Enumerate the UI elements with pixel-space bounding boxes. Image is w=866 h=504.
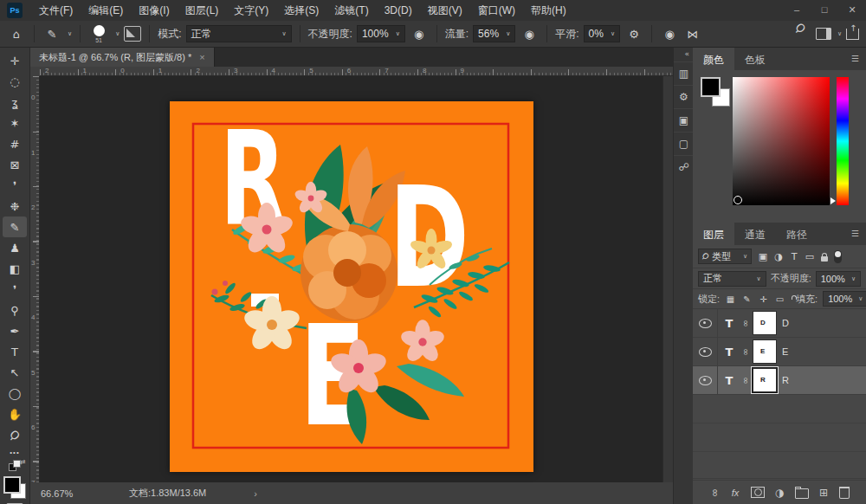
layer-opacity-select[interactable]: 100% ∨ (816, 271, 861, 287)
smoothing-select[interactable]: 0% ∨ (584, 25, 620, 42)
move-tool[interactable]: ✛ (3, 50, 27, 71)
chevron-down-icon[interactable]: ∨ (68, 30, 72, 37)
search-icon[interactable]: Ϙ (788, 20, 815, 47)
menu-item[interactable]: 窗口(W) (470, 0, 523, 21)
pressure-size-icon[interactable]: ◉ (660, 24, 679, 43)
maximize-button[interactable]: □ (811, 0, 838, 21)
airbrush-icon[interactable]: ◉ (520, 24, 539, 43)
filter-toggle-icon[interactable] (834, 250, 842, 263)
edit-toolbar-icon[interactable]: ••• (10, 449, 19, 456)
layer-mask-thumbnail[interactable]: R (753, 368, 777, 392)
tab-layers[interactable]: 图层 (693, 223, 734, 245)
frame-tool[interactable]: ⊠ (3, 154, 27, 175)
menu-item[interactable]: 文字(Y) (226, 0, 276, 21)
blur-tool[interactable]: ❜ (3, 279, 27, 300)
workspace-icon[interactable] (816, 28, 831, 40)
adjustment-layer-icon[interactable]: ◑ (774, 487, 785, 499)
menu-item[interactable]: 选择(S) (276, 0, 326, 21)
filter-shape-layers-icon[interactable]: ▭ (803, 251, 817, 262)
new-group-icon[interactable] (795, 486, 809, 499)
dodge-tool[interactable]: ⚲ (3, 300, 27, 320)
hue-strip[interactable] (837, 77, 849, 205)
layer-name[interactable]: R (782, 375, 789, 385)
filter-adjustment-layers-icon[interactable]: ◑ (772, 251, 785, 262)
hand-tool[interactable]: ✋ (3, 404, 27, 424)
path-selection-tool[interactable]: ↖ (3, 362, 27, 383)
layer-row[interactable]: T ∞ R R (693, 366, 866, 395)
layer-mask-thumbnail[interactable]: D (753, 311, 777, 335)
lock-paint-icon[interactable]: ✎ (741, 294, 753, 304)
new-layer-icon[interactable]: ⊞ (818, 487, 830, 499)
swap-colors-icon[interactable]: ⇄ (9, 460, 21, 471)
color-picker-handle[interactable] (734, 196, 742, 204)
history-panel-icon[interactable]: ▥ (674, 61, 694, 85)
minimize-button[interactable]: – (783, 0, 811, 21)
lock-position-icon[interactable]: ✛ (758, 294, 769, 304)
libraries-panel-icon[interactable]: ▣ (674, 108, 694, 132)
tab-paths[interactable]: 路径 (776, 223, 818, 245)
marquee-tool[interactable]: ◌ (3, 71, 27, 92)
document-canvas[interactable]: R E (170, 101, 533, 472)
tab-color[interactable]: 颜色 (693, 48, 734, 70)
layer-name[interactable]: D (782, 318, 789, 328)
filter-pixel-layers-icon[interactable]: ▣ (756, 251, 770, 262)
crop-tool[interactable]: # (3, 133, 27, 154)
opacity-select[interactable]: 100% ∨ (357, 25, 405, 42)
eyedropper-tool[interactable]: ❜ (3, 175, 27, 196)
filter-smart-object-icon[interactable] (821, 256, 828, 262)
type-tool[interactable]: T (3, 341, 27, 362)
lock-transparency-icon[interactable]: ▦ (725, 294, 736, 304)
menu-item[interactable]: 图层(L) (178, 0, 227, 21)
color-field[interactable] (733, 77, 830, 205)
pen-tool[interactable]: ✒ (3, 320, 27, 341)
chevron-down-icon[interactable]: ∨ (837, 30, 842, 37)
filter-type-layers-icon[interactable]: T (787, 251, 801, 262)
lasso-tool[interactable]: ʓ (3, 92, 27, 113)
home-icon[interactable]: ⌂ (7, 24, 26, 43)
flow-select[interactable]: 56% ∨ (473, 25, 515, 42)
lock-artboard-icon[interactable]: ▭ (774, 294, 785, 304)
brush-preset-icon[interactable]: ✎ (42, 24, 61, 43)
menu-item[interactable]: 3D(D) (377, 0, 420, 21)
layer-row[interactable]: T ∞ D D (693, 309, 866, 338)
filter-type-select[interactable]: Ϙ 类型 ∨ (698, 249, 752, 264)
layer-visibility-toggle[interactable] (693, 309, 718, 337)
share-icon[interactable]: ↑ (846, 29, 859, 40)
status-chevron-icon[interactable]: › (254, 488, 257, 499)
blend-mode-select[interactable]: 正常 ∨ (186, 25, 292, 42)
chevron-down-icon[interactable]: ∨ (115, 30, 120, 37)
gradient-tool[interactable]: ◧ (3, 258, 27, 279)
panel-menu-icon[interactable]: ☰ (844, 223, 866, 245)
document-tab[interactable]: 未标题-1 @ 66.7% (R, 图层蒙版/8) * × (30, 48, 215, 67)
layer-mask-thumbnail[interactable]: E (753, 339, 777, 364)
color-fg-bg-swatches[interactable] (701, 77, 732, 108)
panel-menu-icon[interactable]: ☰ (844, 48, 866, 70)
layer-style-icon[interactable]: fx (730, 488, 741, 498)
pressure-opacity-icon[interactable]: ◉ (410, 24, 429, 43)
symmetry-icon[interactable]: ⋈ (683, 24, 702, 43)
menu-item[interactable]: 编辑(E) (81, 0, 131, 21)
hue-slider-handle[interactable] (830, 197, 836, 204)
adjustments-panel-icon[interactable]: ▢ (674, 132, 694, 155)
layer-visibility-toggle[interactable] (693, 366, 718, 394)
shape-tool[interactable]: ◯ (3, 383, 27, 404)
gear-icon[interactable]: ⚙ (624, 24, 643, 43)
tab-swatches[interactable]: 色板 (734, 48, 776, 70)
menu-item[interactable]: 文件(F) (31, 0, 81, 21)
close-button[interactable]: ✕ (838, 0, 866, 21)
layer-name[interactable]: E (782, 346, 788, 357)
foreground-color-swatch[interactable] (3, 476, 21, 494)
layer-fill-select[interactable]: 100% ∨ (823, 291, 866, 307)
menu-item[interactable]: 视图(V) (420, 0, 470, 21)
brush-size-preview[interactable]: 51 (88, 25, 109, 43)
zoom-tool[interactable]: Ϙ (3, 424, 27, 445)
zoom-level-field[interactable]: 66.67% (41, 488, 110, 499)
share-3d-panel-icon[interactable]: ☍ (674, 155, 694, 178)
magic-wand-tool[interactable]: ✶ (3, 113, 27, 133)
foreground-color-swatch[interactable] (701, 77, 721, 97)
tab-channels[interactable]: 通道 (734, 223, 776, 245)
layer-visibility-toggle[interactable] (693, 338, 718, 365)
menu-item[interactable]: 帮助(H) (523, 0, 574, 21)
tab-close-icon[interactable]: × (199, 52, 204, 62)
properties-panel-icon[interactable]: ⚙ (674, 85, 694, 108)
